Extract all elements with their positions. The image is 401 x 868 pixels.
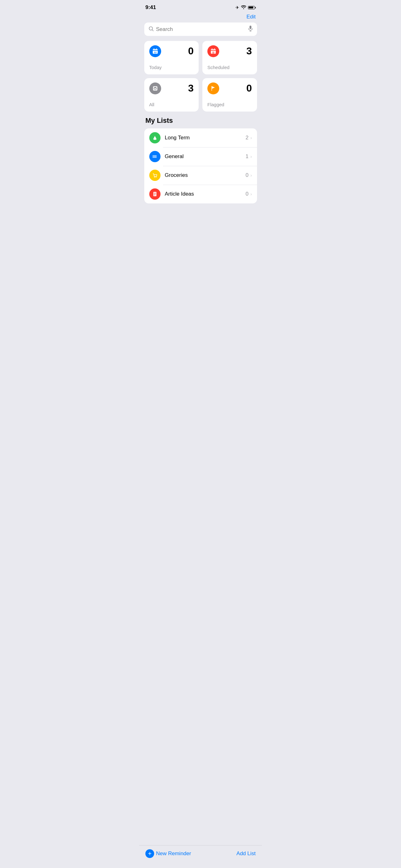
search-bar[interactable] bbox=[144, 23, 257, 36]
list-item-general[interactable]: General 1 › bbox=[144, 147, 257, 166]
scheduled-icon: ||| bbox=[207, 45, 219, 57]
all-count: 3 bbox=[188, 83, 194, 94]
top-bar: Edit bbox=[139, 12, 262, 23]
status-time: 9:41 bbox=[145, 4, 156, 11]
smart-card-all[interactable]: 3 All bbox=[144, 78, 199, 112]
airplane-icon: ✈ bbox=[235, 5, 239, 10]
long-term-chevron: › bbox=[250, 135, 252, 140]
long-term-icon bbox=[149, 132, 161, 144]
list-item-long-term[interactable]: Long Term 2 › bbox=[144, 128, 257, 147]
status-icons: ✈ bbox=[235, 5, 256, 10]
svg-line-1 bbox=[152, 30, 153, 31]
scheduled-label: Scheduled bbox=[207, 65, 252, 70]
flagged-label: Flagged bbox=[207, 102, 252, 107]
list-item-article-ideas[interactable]: Article Ideas 0 › bbox=[144, 185, 257, 204]
groceries-count: 0 bbox=[245, 172, 248, 178]
article-ideas-icon bbox=[149, 188, 161, 200]
search-container bbox=[139, 23, 262, 41]
svg-rect-11 bbox=[212, 49, 212, 50]
all-label: All bbox=[149, 102, 194, 107]
svg-text:|||: ||| bbox=[212, 51, 214, 54]
svg-point-21 bbox=[153, 156, 153, 157]
groceries-name: Groceries bbox=[165, 172, 246, 178]
today-label: Today bbox=[149, 65, 194, 70]
mic-icon[interactable] bbox=[248, 26, 253, 33]
edit-button[interactable]: Edit bbox=[246, 14, 256, 20]
article-ideas-chevron: › bbox=[250, 191, 252, 196]
search-icon bbox=[149, 26, 154, 32]
svg-text:12: 12 bbox=[154, 51, 157, 54]
svg-rect-8 bbox=[153, 50, 158, 51]
svg-point-22 bbox=[153, 157, 153, 158]
flagged-count: 0 bbox=[246, 83, 252, 94]
general-chevron: › bbox=[250, 154, 252, 159]
article-ideas-name: Article Ideas bbox=[165, 191, 246, 197]
scheduled-count: 3 bbox=[246, 45, 252, 57]
svg-rect-15 bbox=[153, 86, 157, 91]
groceries-icon bbox=[149, 170, 161, 181]
article-ideas-count: 0 bbox=[245, 191, 248, 197]
my-lists-section: My Lists Long Term 2 › bbox=[139, 117, 262, 204]
general-name: General bbox=[165, 153, 246, 160]
groceries-chevron: › bbox=[250, 173, 252, 178]
long-term-count: 2 bbox=[245, 135, 248, 141]
general-count: 1 bbox=[245, 153, 248, 160]
battery-icon bbox=[248, 6, 256, 9]
svg-rect-12 bbox=[214, 49, 215, 50]
svg-rect-13 bbox=[211, 50, 216, 51]
status-bar: 9:41 ✈ bbox=[139, 0, 262, 12]
svg-rect-2 bbox=[249, 26, 252, 29]
smart-card-flagged[interactable]: 0 Flagged bbox=[202, 78, 257, 112]
all-icon bbox=[149, 83, 161, 94]
my-lists-title: My Lists bbox=[144, 117, 257, 125]
svg-point-23 bbox=[154, 177, 155, 178]
lists-container: Long Term 2 › General 1 › bbox=[144, 128, 257, 204]
smart-lists-grid: 12 0 Today ||| 3 Scheduled bbox=[139, 41, 262, 117]
svg-point-24 bbox=[156, 177, 156, 178]
smart-card-today[interactable]: 12 0 Today bbox=[144, 41, 199, 74]
search-input[interactable] bbox=[156, 26, 246, 32]
list-item-groceries[interactable]: Groceries 0 › bbox=[144, 166, 257, 185]
smart-card-scheduled[interactable]: ||| 3 Scheduled bbox=[202, 41, 257, 74]
flagged-icon bbox=[207, 83, 219, 94]
wifi-icon bbox=[241, 5, 246, 10]
svg-rect-6 bbox=[154, 49, 154, 50]
general-icon bbox=[149, 151, 161, 162]
today-count: 0 bbox=[188, 45, 194, 57]
svg-rect-7 bbox=[156, 49, 157, 50]
today-icon: 12 bbox=[149, 45, 161, 57]
long-term-name: Long Term bbox=[165, 135, 246, 141]
svg-point-20 bbox=[153, 155, 153, 156]
